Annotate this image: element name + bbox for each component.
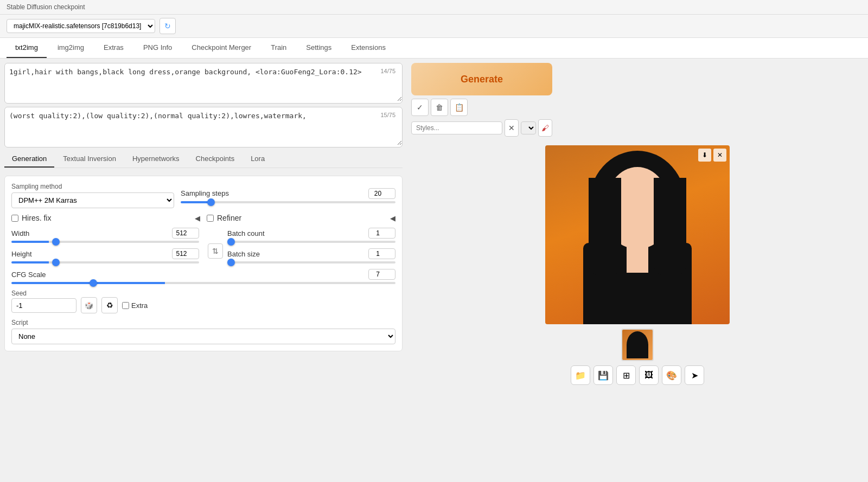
top-bar: Stable Diffusion checkpoint (0, 0, 868, 15)
batch-count-slider[interactable] (227, 241, 395, 243)
negative-token-count: 15/75 (378, 111, 398, 119)
generate-button[interactable]: Generate (411, 63, 552, 95)
styles-row: ✕ 🖌 (411, 119, 552, 137)
image-top-actions: ⬇ ✕ (698, 149, 726, 162)
seed-section: Seed 🎲 ♻ Extra (11, 290, 395, 313)
thumbnail-row (621, 329, 654, 361)
styles-dropdown[interactable] (521, 121, 536, 134)
positive-prompt-input[interactable] (5, 63, 402, 101)
tab-txt2img[interactable]: txt2img (7, 38, 47, 58)
width-value[interactable] (172, 228, 199, 239)
swap-dimensions-btn[interactable]: ⇅ (208, 243, 223, 259)
refiner-checkbox-row: Refiner ◀ (207, 214, 395, 222)
script-select[interactable]: None (11, 329, 395, 344)
height-header: Height (11, 248, 199, 259)
sampling-steps-group: Sampling steps (181, 188, 395, 203)
refiner-collapse-arrow[interactable]: ◀ (390, 214, 395, 222)
hires-fix-label: Hires. fix (22, 214, 51, 222)
batch-col: ⇅ Batch count Batch size (208, 228, 395, 264)
positive-token-count: 14/75 (378, 67, 398, 75)
sampling-steps-header: Sampling steps (181, 188, 395, 199)
batch-size-value[interactable] (368, 248, 395, 259)
extra-seed-label[interactable]: Extra (122, 301, 148, 310)
neck-shape (627, 246, 648, 273)
batch-count-value[interactable] (368, 228, 395, 239)
batch-size-group: Batch size (227, 248, 395, 264)
sub-tab-checkpoints[interactable]: Checkpoints (188, 151, 242, 168)
arrow-btn[interactable]: ➤ (685, 365, 704, 385)
batch-size-header: Batch size (227, 248, 395, 259)
cfg-scale-label: CFG Scale (11, 271, 46, 279)
seed-input[interactable] (11, 298, 76, 313)
hires-collapse-arrow[interactable]: ◀ (195, 214, 200, 222)
tab-pnginfo[interactable]: PNG Info (135, 38, 181, 58)
seed-label: Seed (11, 290, 395, 297)
left-panel: 14/75 15/75 Generation Textual Inversion… (0, 59, 407, 481)
nav-tabs: txt2img img2img Extras PNG Info Checkpoi… (0, 38, 868, 59)
seed-recycle-btn[interactable]: ♻ (101, 297, 118, 313)
batch-count-label: Batch count (227, 229, 265, 237)
extra-seed-checkbox[interactable] (122, 302, 129, 309)
checkmark-btn[interactable]: ✓ (411, 99, 429, 116)
open-folder-btn[interactable]: 📁 (571, 365, 590, 385)
width-label: Width (11, 229, 29, 237)
height-group: Height (11, 248, 199, 264)
refiner-checkbox[interactable] (207, 215, 214, 222)
dimensions-col: Width Height (11, 228, 199, 264)
tab-img2img[interactable]: img2img (49, 38, 93, 58)
hires-refiner-row: Hires. fix ◀ Refiner ◀ (11, 214, 395, 222)
sub-tab-textual-inversion[interactable]: Textual Inversion (55, 151, 124, 168)
hires-fix-checkbox[interactable] (11, 215, 18, 222)
sub-tab-hypernetworks[interactable]: Hypernetworks (125, 151, 187, 168)
negative-prompt-area: 15/75 (4, 107, 403, 147)
tab-extensions[interactable]: Extensions (342, 38, 394, 58)
sub-tab-generation[interactable]: Generation (4, 151, 54, 168)
checkpoint-select[interactable]: majicMIX-realistic.safetensors [7c819b6d… (7, 19, 155, 33)
clipboard-icon: 📋 (455, 103, 464, 112)
image-display: ⬇ ✕ (545, 145, 730, 324)
batch-size-slider[interactable] (227, 261, 395, 264)
paint-brush-btn[interactable]: 🖌 (538, 119, 552, 137)
extras-btn[interactable]: 🎨 (662, 365, 681, 385)
tab-extras[interactable]: Extras (95, 38, 132, 58)
batch-count-group: Batch count (227, 228, 395, 243)
trash-btn[interactable]: 🗑 (431, 99, 448, 116)
sampling-method-select[interactable]: DPM++ 2M Karras (11, 192, 174, 208)
action-icons-row: ✓ 🗑 📋 (411, 99, 468, 116)
grid-view-btn[interactable]: ⊞ (616, 365, 636, 385)
checkmark-icon: ✓ (417, 103, 423, 112)
sampling-steps-value[interactable] (368, 188, 395, 199)
cfg-scale-value[interactable] (368, 269, 395, 280)
sampling-steps-slider[interactable] (181, 201, 395, 203)
batch-count-header: Batch count (227, 228, 395, 239)
sub-tab-lora[interactable]: Lora (243, 151, 272, 168)
negative-prompt-input[interactable] (5, 107, 402, 145)
tab-train[interactable]: Train (262, 38, 295, 58)
styles-input[interactable] (411, 121, 502, 134)
clipboard-btn[interactable]: 📋 (450, 99, 468, 116)
image-close-btn[interactable]: ✕ (713, 149, 726, 162)
sampling-steps-label: Sampling steps (181, 189, 229, 197)
dimensions-batch-row: Width Height (11, 228, 395, 264)
width-group: Width (11, 228, 199, 243)
batch-controls: Batch count Batch size (227, 228, 395, 264)
image-btn[interactable]: 🖼 (639, 365, 659, 385)
script-label: Script (11, 319, 395, 326)
thumbnail-1[interactable] (621, 329, 654, 361)
save-btn[interactable]: 💾 (593, 365, 613, 385)
main-layout: 14/75 15/75 Generation Textual Inversion… (0, 59, 868, 481)
seed-magic-btn[interactable]: 🎲 (81, 297, 97, 313)
height-value[interactable] (172, 248, 199, 259)
styles-close-btn[interactable]: ✕ (505, 119, 519, 137)
tab-settings[interactable]: Settings (297, 38, 340, 58)
height-slider[interactable] (11, 261, 199, 264)
width-slider[interactable] (11, 241, 199, 243)
tab-checkpoint-merger[interactable]: Checkpoint Merger (183, 38, 260, 58)
sampling-method-group: Sampling method DPM++ 2M Karras (11, 183, 174, 208)
checkpoint-refresh-btn[interactable]: ↻ (159, 18, 176, 34)
right-panel: Generate ✓ 🗑 📋 ✕ 🖌 (407, 59, 868, 481)
sub-tabs: Generation Textual Inversion Hypernetwor… (4, 151, 403, 168)
script-section: Script None (11, 319, 395, 344)
image-download-btn[interactable]: ⬇ (698, 149, 711, 162)
cfg-scale-slider[interactable] (11, 282, 395, 284)
